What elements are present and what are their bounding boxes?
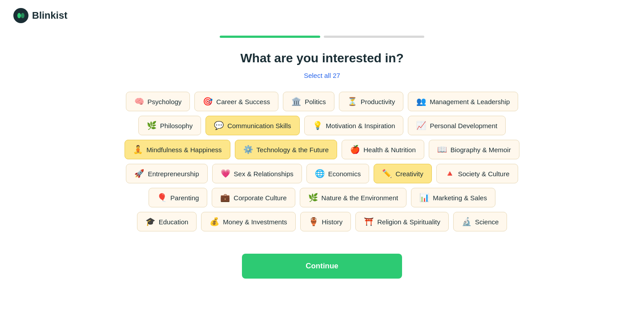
education-label: Education xyxy=(159,218,189,226)
tag-religion[interactable]: ⛩️Religion & Spirituality xyxy=(355,212,449,231)
biography-icon: 📖 xyxy=(437,146,447,154)
tag-biography[interactable]: 📖Biography & Memoir xyxy=(429,140,519,159)
tag-mindfulness[interactable]: 🧘Mindfulness & Happiness xyxy=(125,140,230,159)
science-icon: 🔬 xyxy=(462,218,471,226)
progress-bar-container xyxy=(0,31,644,47)
management-label: Management & Leadership xyxy=(430,98,510,105)
creativity-icon: ✏️ xyxy=(382,170,392,178)
tag-health[interactable]: 🍎Health & Nutrition xyxy=(342,140,424,159)
psychology-label: Psychology xyxy=(148,98,182,105)
history-label: History xyxy=(322,218,343,226)
entrepreneurship-icon: 🚀 xyxy=(134,170,144,178)
tag-parenting[interactable]: 🎈Parenting xyxy=(149,188,207,207)
motivation-icon: 💡 xyxy=(313,121,322,130)
corporate-label: Corporate Culture xyxy=(233,194,286,202)
health-icon: 🍎 xyxy=(350,146,360,154)
tags-row-2: 🧘Mindfulness & Happiness⚙️Technology & t… xyxy=(125,140,519,159)
communication-icon: 💬 xyxy=(214,121,224,130)
religion-icon: ⛩️ xyxy=(364,218,374,226)
tag-education[interactable]: 🎓Education xyxy=(137,212,197,231)
tag-money[interactable]: 💰Money & Investments xyxy=(201,212,295,231)
select-all-button[interactable]: Select all 27 xyxy=(304,72,340,79)
blinkist-logo-icon xyxy=(13,8,28,23)
management-icon: 👥 xyxy=(416,97,426,105)
personal_dev-label: Personal Development xyxy=(430,122,497,130)
parenting-label: Parenting xyxy=(170,194,199,202)
biography-label: Biography & Memoir xyxy=(451,146,511,154)
tag-personal_dev[interactable]: 📈Personal Development xyxy=(408,116,506,135)
mindfulness-icon: 🧘 xyxy=(133,146,143,154)
tag-entrepreneurship[interactable]: 🚀Entrepreneurship xyxy=(126,164,207,183)
technology-label: Technology & the Future xyxy=(257,146,329,154)
religion-label: Religion & Spirituality xyxy=(377,218,440,226)
philosophy-label: Philosophy xyxy=(160,122,193,130)
psychology-icon: 🧠 xyxy=(134,97,144,105)
economics-icon: 🌐 xyxy=(315,170,325,178)
page-title: What are you interested in? xyxy=(240,51,403,65)
svg-point-1 xyxy=(17,13,21,18)
svg-point-2 xyxy=(21,13,24,18)
technology-icon: ⚙️ xyxy=(243,146,253,154)
parenting-icon: 🎈 xyxy=(157,194,167,202)
tag-society[interactable]: 🔺Society & Culture xyxy=(436,164,518,183)
society-icon: 🔺 xyxy=(445,170,455,178)
sex_relationships-icon: 💗 xyxy=(221,170,230,178)
society-label: Society & Culture xyxy=(458,170,510,178)
tags-row-4: 🎈Parenting💼Corporate Culture🌿Nature & th… xyxy=(149,188,495,207)
nature-label: Nature & the Environment xyxy=(322,194,398,202)
tag-economics[interactable]: 🌐Economics xyxy=(306,164,369,183)
marketing-label: Marketing & Sales xyxy=(433,194,487,202)
entrepreneurship-label: Entrepreneurship xyxy=(148,170,199,178)
money-icon: 💰 xyxy=(209,218,219,226)
tags-row-5: 🎓Education💰Money & Investments🏺History⛩️… xyxy=(137,212,507,231)
tag-technology[interactable]: ⚙️Technology & the Future xyxy=(235,140,338,159)
tags-row-3: 🚀Entrepreneurship💗Sex & Relationships🌐Ec… xyxy=(126,164,518,183)
science-label: Science xyxy=(475,218,499,226)
tag-politics[interactable]: 🏛️Politics xyxy=(283,92,334,111)
communication-label: Communication Skills xyxy=(227,122,291,130)
header: Blinkist xyxy=(0,0,644,31)
tag-marketing[interactable]: 📊Marketing & Sales xyxy=(411,188,495,207)
tag-motivation[interactable]: 💡Motivation & Inspiration xyxy=(304,116,404,135)
corporate-icon: 💼 xyxy=(220,194,230,202)
career-icon: 🎯 xyxy=(203,97,213,105)
personal_dev-icon: 📈 xyxy=(416,121,426,130)
progress-track xyxy=(220,36,424,38)
logo-text: Blinkist xyxy=(32,10,67,21)
health-label: Health & Nutrition xyxy=(363,146,416,154)
tag-productivity[interactable]: ⏳Productivity xyxy=(339,92,404,111)
tag-career[interactable]: 🎯Career & Success xyxy=(194,92,278,111)
tags-row-1: 🌿Philosophy💬Communication Skills💡Motivat… xyxy=(138,116,506,135)
tag-psychology[interactable]: 🧠Psychology xyxy=(126,92,190,111)
marketing-icon: 📊 xyxy=(419,194,429,202)
tag-science[interactable]: 🔬Science xyxy=(453,212,507,231)
economics-label: Economics xyxy=(328,170,361,178)
logo: Blinkist xyxy=(13,8,67,23)
main-content: What are you interested in? Select all 2… xyxy=(0,47,644,296)
politics-icon: 🏛️ xyxy=(291,97,301,105)
education-icon: 🎓 xyxy=(145,218,155,226)
tags-wrapper: 🧠Psychology🎯Career & Success🏛️Politics⏳P… xyxy=(109,92,535,231)
nature-icon: 🌿 xyxy=(308,194,318,202)
career-label: Career & Success xyxy=(216,98,270,105)
money-label: Money & Investments xyxy=(223,218,287,226)
tag-creativity[interactable]: ✏️Creativity xyxy=(374,164,432,183)
tag-philosophy[interactable]: 🌿Philosophy xyxy=(138,116,201,135)
tag-history[interactable]: 🏺History xyxy=(300,212,351,231)
history-icon: 🏺 xyxy=(309,218,318,226)
tag-nature[interactable]: 🌿Nature & the Environment xyxy=(300,188,407,207)
sex_relationships-label: Sex & Relationships xyxy=(234,170,294,178)
tag-sex_relationships[interactable]: 💗Sex & Relationships xyxy=(212,164,302,183)
mindfulness-label: Mindfulness & Happiness xyxy=(146,146,221,154)
tag-management[interactable]: 👥Management & Leadership xyxy=(408,92,518,111)
tag-corporate[interactable]: 💼Corporate Culture xyxy=(212,188,295,207)
progress-segment-2 xyxy=(324,36,424,38)
progress-segment-1 xyxy=(220,36,320,38)
continue-button[interactable]: Continue xyxy=(242,254,402,279)
creativity-label: Creativity xyxy=(395,170,423,178)
motivation-label: Motivation & Inspiration xyxy=(326,122,395,130)
productivity-label: Productivity xyxy=(361,98,395,105)
tag-communication[interactable]: 💬Communication Skills xyxy=(205,116,299,135)
philosophy-icon: 🌿 xyxy=(147,121,157,130)
tags-row-0: 🧠Psychology🎯Career & Success🏛️Politics⏳P… xyxy=(126,92,519,111)
